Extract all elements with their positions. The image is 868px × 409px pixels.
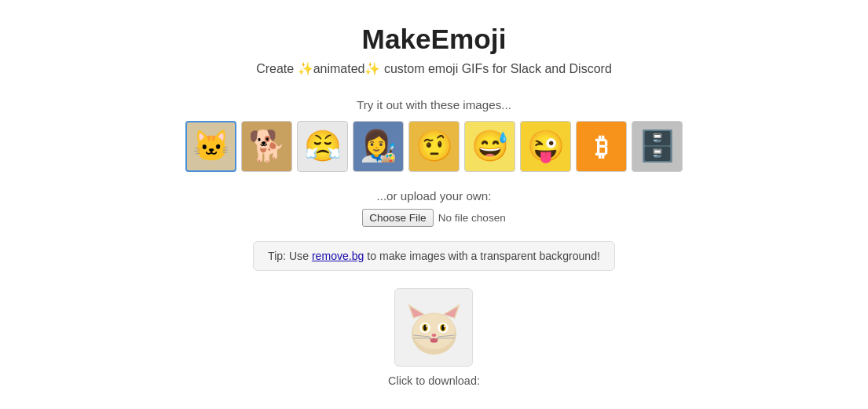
svg-point-13	[444, 325, 445, 327]
database-emoji: 🗄️	[639, 131, 676, 161]
upload-section: ...or upload your own: Choose File No fi…	[362, 189, 506, 227]
preview-image[interactable]	[394, 288, 473, 367]
bitcoin-emoji: ₿	[595, 134, 608, 159]
sample-image-cat[interactable]: 🐱	[185, 121, 236, 172]
sample-label: Try it out with these images...	[357, 98, 511, 111]
sample-image-sneaky[interactable]: 🤨	[408, 121, 460, 172]
choose-file-button[interactable]: Choose File	[362, 209, 434, 227]
cat-preview-svg	[397, 290, 471, 365]
sample-image-database[interactable]: 🗄️	[632, 121, 683, 172]
subtitle: Create ✨animated✨ custom emoji GIFs for …	[256, 61, 612, 76]
sample-image-wink[interactable]: 😜	[520, 121, 571, 172]
page-title: MakeEmoji	[362, 24, 507, 55]
cry-laugh-emoji: 😅	[471, 131, 509, 161]
animated-text: animated	[313, 62, 365, 75]
lady-emoji: 👩‍🎨	[360, 131, 397, 161]
cat-emoji: 🐱	[192, 131, 230, 161]
subtitle-prefix: Create	[256, 62, 297, 75]
svg-point-12	[426, 325, 427, 327]
upload-label: ...or upload your own:	[376, 189, 491, 203]
wink-emoji: 😜	[527, 131, 565, 161]
tip-text-after: to make images with a transparent backgr…	[364, 250, 600, 262]
file-input-row: Choose File No file chosen	[362, 209, 506, 227]
sneaky-emoji: 🤨	[416, 131, 453, 161]
sample-image-bitcoin[interactable]: ₿	[576, 121, 627, 172]
svg-point-5	[413, 313, 455, 349]
sample-image-doge[interactable]: 🐕	[241, 121, 292, 172]
doge-emoji: 🐕	[248, 131, 286, 161]
tip-text-before: Tip: Use	[268, 250, 312, 262]
sample-image-lady[interactable]: 👩‍🎨	[353, 121, 404, 172]
sample-image-troll[interactable]: 😤	[297, 121, 348, 172]
no-file-text: No file chosen	[438, 212, 506, 224]
remove-bg-link[interactable]: remove.bg	[312, 250, 364, 262]
sparkle-icon-left: ✨	[298, 62, 313, 75]
download-label: Click to download:	[388, 374, 480, 387]
subtitle-suffix: custom emoji GIFs for Slack and Discord	[380, 62, 611, 75]
svg-point-14	[432, 334, 437, 337]
sparkle-icon-right: ✨	[364, 62, 380, 75]
troll-emoji: 😤	[304, 131, 342, 161]
preview-section: Click to download:	[388, 288, 480, 387]
sample-image-cry-laugh[interactable]: 😅	[464, 121, 515, 172]
tip-box: Tip: Use remove.bg to make images with a…	[253, 241, 615, 271]
sample-images-row: 🐱 🐕 😤 👩‍🎨 🤨 😅 😜 ₿ 🗄️	[185, 121, 683, 172]
svg-point-15	[430, 338, 438, 342]
